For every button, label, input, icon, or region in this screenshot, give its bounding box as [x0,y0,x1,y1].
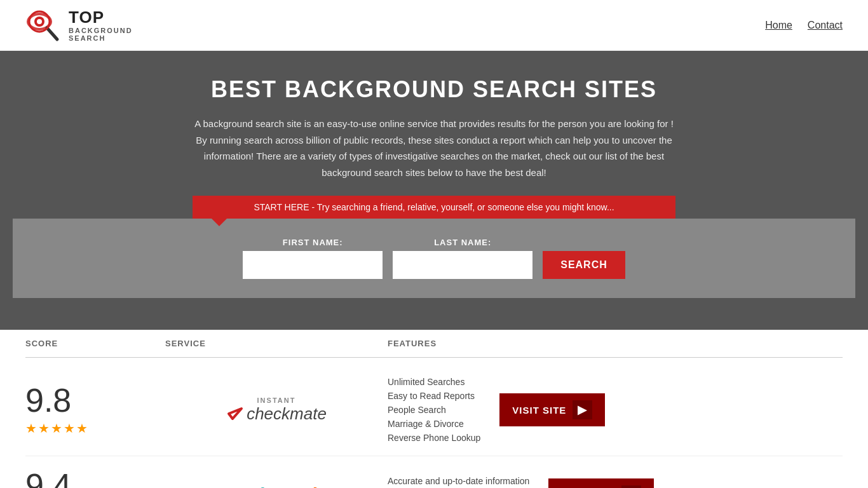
table-row: 9.8 ★ ★ ★ ★ ★ INSTANT checkmate [25,364,843,456]
col-header-features: FEATURES [388,339,843,348]
features-column-1: Unlimited Searches Easy to Read Reports … [388,377,843,443]
star-3: ★ [51,421,62,436]
feature-item: Reverse Phone Lookup [388,433,480,443]
arrow-icon-2: ▶ [621,485,641,488]
visit-site-button-2[interactable]: VISIT SITE ▶ [548,478,654,488]
score-column-1: 9.8 ★ ★ ★ ★ ★ [25,384,165,436]
instant-label: INSTANT [226,396,327,404]
main-nav: Home Contact [765,20,843,31]
feature-item: Unlimited Searches [388,377,480,387]
feature-item: Accurate and up-to-date information [388,476,529,486]
star-4: ★ [64,421,75,436]
first-name-group: FIRST NAME: [243,238,383,279]
logo-text: TOP BACKGROUND SEARCH [69,8,133,42]
features-column-2: Accurate and up-to-date information Unli… [388,476,843,488]
instant-checkmate-logo: INSTANT checkmate [226,396,327,424]
score-value-1: 9.8 [25,384,71,417]
checkmark-icon [226,405,244,423]
checkmate-row: checkmate [226,404,327,424]
banner-text: START HERE - Try searching a friend, rel… [254,202,614,212]
hero-heading: BEST BACKGROUND SEARCH SITES [13,76,855,103]
svg-line-4 [47,28,57,39]
logo-bottom-text: BACKGROUND SEARCH [69,27,133,42]
search-form-wrapper: FIRST NAME: LAST NAME: SEARCH [13,219,855,298]
logo: TOP BACKGROUND SEARCH [25,8,133,43]
svg-marker-6 [229,409,241,419]
search-banner: START HERE - Try searching a friend, rel… [193,196,675,219]
feature-item: Marriage & Divorce [388,419,480,429]
star-5: ★ [76,421,88,436]
col-header-score: SCORE [25,339,165,348]
site-header: TOP BACKGROUND SEARCH Home Contact [0,0,868,51]
features-list-2: Accurate and up-to-date information Unli… [388,476,529,488]
score-column-2: 9.4 ★ ★ ★ ★ ★ [25,469,165,488]
features-list-1: Unlimited Searches Easy to Read Reports … [388,377,480,443]
star-2: ★ [38,421,50,436]
col-header-service: SERVICE [165,339,388,348]
logo-icon [25,8,65,43]
feature-item: People Search [388,405,480,415]
search-form: FIRST NAME: LAST NAME: SEARCH [243,238,625,279]
nav-contact[interactable]: Contact [808,20,843,31]
checkmate-text: checkmate [247,404,327,424]
feature-item: Easy to Read Reports [388,391,480,401]
last-name-group: LAST NAME: [393,238,532,279]
results-section: SCORE SERVICE FEATURES 9.8 ★ ★ ★ ★ ★ INS… [0,330,868,488]
visit-label-1: VISIT SITE [512,405,566,416]
people-text: PeopleLooker [214,484,339,488]
first-name-input[interactable] [243,251,383,279]
visit-site-button-1[interactable]: VISIT SITE ▶ [499,393,605,426]
service-column-2: PeopleLooker [165,484,388,488]
first-name-label: FIRST NAME: [243,238,383,247]
search-button[interactable]: SEARCH [543,251,625,279]
star-1: ★ [25,421,37,436]
nav-home[interactable]: Home [765,20,792,31]
hero-section: BEST BACKGROUND SEARCH SITES A backgroun… [0,51,868,330]
table-header: SCORE SERVICE FEATURES [25,330,843,358]
svg-point-3 [37,19,42,24]
service-column-1: INSTANT checkmate [165,396,388,424]
stars-1: ★ ★ ★ ★ ★ [25,421,88,436]
last-name-label: LAST NAME: [393,238,532,247]
last-name-input[interactable] [393,251,532,279]
arrow-icon-1: ▶ [573,400,592,419]
table-row: 9.4 ★ ★ ★ ★ ★ PeopleLooker Accurate and … [25,456,843,488]
people-looker-logo: PeopleLooker [214,484,339,488]
logo-top-text: TOP [69,8,133,27]
score-value-2: 9.4 [25,469,71,488]
hero-description: A background search site is an easy-to-u… [193,116,675,180]
